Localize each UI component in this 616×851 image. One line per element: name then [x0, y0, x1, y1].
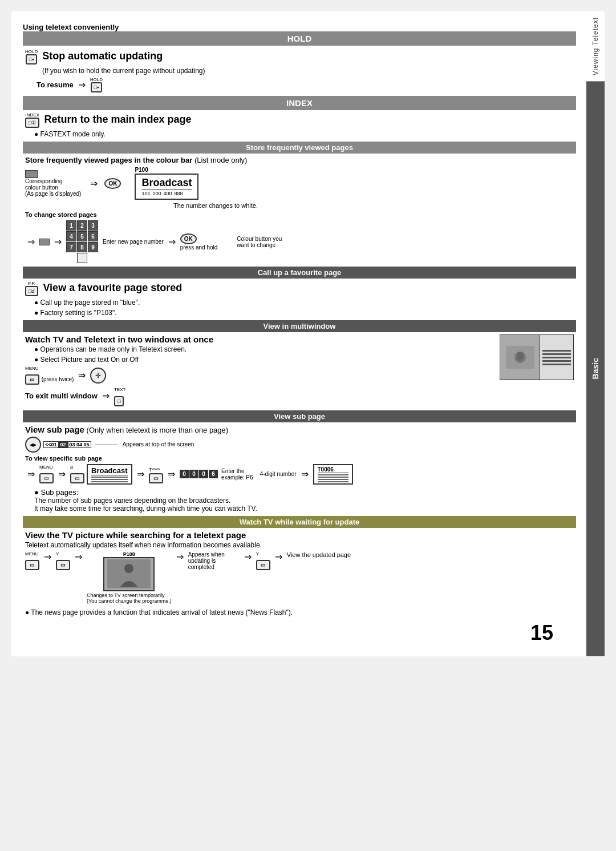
- arrow-icon: ⇒: [75, 551, 82, 562]
- store-content: Store frequently viewed pages in the col…: [23, 156, 576, 263]
- favourite-title: View a favourite page stored: [43, 282, 182, 294]
- menu-btn3: ▭: [25, 560, 39, 570]
- b-button: ▭: [70, 473, 84, 483]
- sidebar: Viewing Teletext Basic: [586, 11, 605, 656]
- specific-subpage-label: To view specific sub page: [25, 455, 574, 462]
- p100-label: P100: [135, 167, 198, 173]
- hold-resume-icon: HOLD □▪: [90, 77, 103, 92]
- colour-change-label: Colour button youwant to change: [237, 236, 282, 248]
- broadcast-box: Broadcast 101200400888: [135, 174, 198, 200]
- menu-label3: MENU: [25, 551, 39, 556]
- hold-content: HOLD □▪ Stop automatic updating (If you …: [23, 49, 576, 92]
- menu-label: MENU: [25, 366, 39, 371]
- press-hold-label: press and hold: [180, 244, 218, 251]
- menu-btn2: ▭: [39, 473, 54, 483]
- arrow-icon: ⇒: [27, 236, 35, 247]
- y-btn1: ▭: [56, 560, 70, 570]
- update-title: View the TV picture while searching for …: [25, 530, 574, 540]
- multiwindow-content: Watch TV and Teletext in two windows at …: [23, 334, 576, 407]
- appears-when-label: Appears when updating is completed: [188, 551, 225, 570]
- t0006-label: T0006: [318, 466, 348, 473]
- mw-bullet1: Operations can be made only in Teletext …: [34, 345, 500, 353]
- nav-arrows: ✛: [90, 368, 106, 384]
- section-heading: Using teletext conveniently: [23, 23, 576, 31]
- store-title: Store frequently viewed pages in the col…: [25, 156, 192, 164]
- arrow-icon: ⇒: [301, 469, 309, 479]
- store-header: Store frequently viewed pages: [23, 142, 576, 154]
- store-title-suffix: (List mode only): [194, 156, 247, 164]
- colour-label: Correspondingcolour button(As page is di…: [25, 178, 81, 197]
- arrow-icon: ⇒: [58, 469, 66, 479]
- menu-button: ▭: [25, 374, 39, 385]
- broadcast-title: Broadcast: [141, 177, 192, 189]
- arrow-icon: ⇒: [275, 551, 282, 562]
- arrow-icon: ⇒: [244, 551, 252, 562]
- multiwindow-image: [500, 334, 574, 380]
- news-flash-label: ● The news page provides a function that…: [25, 608, 574, 616]
- index-header: INDEX: [23, 96, 576, 110]
- ok-button: OK: [104, 178, 121, 189]
- t-label: T****: [149, 467, 160, 473]
- p108-label: P108: [87, 551, 172, 557]
- arrow-icon: ⇒: [78, 370, 86, 381]
- mw-text-side: [540, 335, 573, 380]
- index-desc: FASTEXT mode only.: [34, 130, 574, 138]
- y-label2: Y: [256, 551, 259, 556]
- sidebar-viewing-teletext: Viewing Teletext: [591, 11, 599, 81]
- b-label: B: [70, 465, 73, 470]
- arrow-icon: ⇒: [168, 469, 175, 479]
- digit-label: 4-digit number: [260, 471, 297, 477]
- menu-label2: MENU: [39, 465, 53, 470]
- colour-btn-small: [39, 239, 50, 245]
- y-btn2: ▭: [256, 560, 270, 570]
- appears-label: Appears at top of the screen: [123, 441, 194, 447]
- t-button: ▭: [149, 473, 163, 483]
- digit-entry: 0 0 0 6: [180, 470, 218, 478]
- page-number: 15: [23, 621, 576, 645]
- subpages-label: Sub pages:: [34, 488, 574, 497]
- update-content: View the TV picture while searching for …: [23, 530, 576, 616]
- arrow-icon: ⇒: [27, 469, 35, 479]
- enter-label: Enter theexample: P6: [221, 468, 253, 481]
- update-header: Watch TV while waiting for update: [23, 516, 576, 528]
- exit-label: To exit multi window: [25, 392, 98, 400]
- favourite-header: Call up a favourite page: [23, 267, 576, 279]
- index-title: Return to the main index page: [44, 114, 191, 126]
- arrow-icon: ⇒: [90, 178, 98, 189]
- sub-page-indicator: <<010203 04 05 ————: [43, 441, 118, 448]
- multiwindow-title: Watch TV and Teletext in two windows at …: [25, 334, 500, 344]
- subpage-header: View sub page: [23, 410, 576, 422]
- press-twice-label: (press twice): [42, 377, 74, 383]
- sidebar-basic: Basic: [586, 81, 605, 656]
- hold-header: HOLD: [23, 31, 576, 46]
- text-button: □: [114, 396, 124, 406]
- broadcast-box2: Broadcast: [87, 464, 132, 485]
- multiwindow-header: View in multiwindow: [23, 320, 576, 332]
- favourite-bullet1: Call up the page stored in "blue".: [34, 299, 574, 306]
- update-desc: Teletext automatically updates itself wh…: [25, 541, 574, 549]
- broadcast-numbers: 101200400888: [141, 191, 192, 196]
- fp-icon: F.P. □☌: [25, 281, 38, 296]
- subpage-content: View sub page (Only when teletext is mor…: [23, 425, 576, 513]
- p108-tv: [103, 557, 155, 591]
- subpages-desc2: It may take some time for searching, dur…: [34, 505, 574, 513]
- arrow-icon: ⇒: [137, 469, 144, 479]
- arrow-icon: ⇒: [176, 551, 184, 562]
- changes-label: Changes to TV screen temporarily(You can…: [87, 592, 172, 604]
- hold-title: Stop automatic updating: [42, 50, 163, 62]
- arrow-icon: ⇒: [102, 390, 110, 401]
- subpage-title: View sub page: [25, 425, 84, 434]
- arrow-icon: ⇒: [54, 236, 62, 247]
- mw-bullet2: Select Picture and text On or Off: [34, 356, 500, 364]
- change-stored-label: To change stored pages: [25, 211, 574, 218]
- using-teletext-label: Using teletext conveniently: [23, 23, 119, 31]
- arrow-icon: ⇒: [44, 551, 51, 562]
- hold-desc: (If you wish to hold the current page wi…: [42, 67, 574, 75]
- colour-button: [25, 170, 38, 178]
- number-changes-label: The number changes to white.: [173, 202, 258, 209]
- t0006-box: T0006: [313, 464, 353, 485]
- broadcast-title2: Broadcast: [91, 466, 128, 475]
- view-updated-label: View the updated page: [287, 551, 351, 558]
- arrow-icon: ⇒: [168, 236, 176, 247]
- broadcast-lines: [91, 477, 128, 482]
